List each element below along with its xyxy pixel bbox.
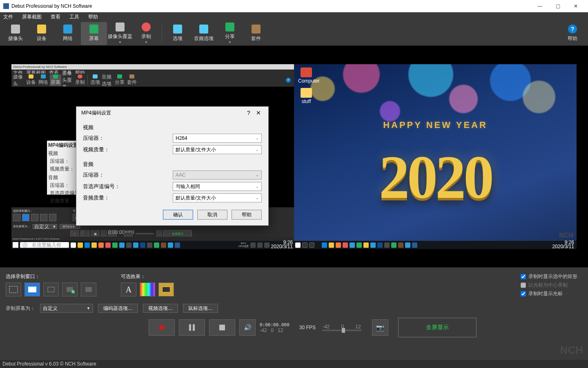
status-text: Debut Professional v 6.03 © NCH Software <box>2 361 96 367</box>
statusbar: Debut Professional v 6.03 © NCH Software <box>0 360 588 368</box>
tb-camera[interactable]: 摄像头 <box>2 22 29 45</box>
maximize-button[interactable]: ▢ <box>549 0 567 12</box>
video-options-button[interactable]: 视频选项… <box>143 304 178 313</box>
chevron-down-icon: ▼ <box>118 40 122 44</box>
select-window-group: 选择录制窗口： ↻ <box>6 273 96 296</box>
pause-button[interactable] <box>179 319 205 336</box>
wallpaper-year: 2020 <box>294 142 577 212</box>
wallpaper-title: HAPPY NEW YEAR <box>294 120 577 130</box>
menu-help[interactable]: 帮助 <box>87 13 100 21</box>
record-button[interactable] <box>149 319 175 336</box>
cancel-button[interactable]: 取消 <box>197 210 227 220</box>
crosshair-icon <box>46 285 56 294</box>
tb-options[interactable]: 选项 <box>165 22 191 45</box>
video-quality-select[interactable]: 默认质量/文件大小⌄ <box>173 145 262 154</box>
zoom-slider[interactable] <box>322 330 361 331</box>
volume-button[interactable]: 🔊 <box>239 319 256 336</box>
nch-logo: NCH <box>560 344 583 357</box>
tb-device[interactable]: 设备 <box>29 22 55 45</box>
snapshot-button[interactable]: 📷 <box>372 319 388 336</box>
mini-taskbar: ⚪在这里输入你要搜索的内容 54°CCPU温度 <box>11 241 294 249</box>
dialog-help-button[interactable]: ? <box>244 108 254 118</box>
tb-screen[interactable]: 屏幕 <box>81 22 107 45</box>
menu-file[interactable]: 文件 <box>2 13 15 21</box>
effects-label: 可选效果： <box>121 273 174 280</box>
tb-audio-options[interactable]: 音频选项 <box>191 22 217 45</box>
channels-select[interactable]: 与输入相同⌄ <box>173 182 262 191</box>
pause-icon <box>189 324 195 331</box>
titlebar: Debut Professional by NCH Software — ▢ ✕ <box>0 0 588 12</box>
tb-network[interactable]: 网络 <box>55 22 81 45</box>
dialog-close-button[interactable]: ✕ <box>254 108 263 118</box>
tb-help[interactable]: ?帮助 <box>559 22 586 45</box>
desktop-icon-folder: stuff <box>298 88 314 104</box>
timecode-display: 0:00:00.000 -42 0 12 <box>260 322 290 333</box>
svg-rect-1 <box>48 287 54 292</box>
window-select-1[interactable] <box>6 283 21 296</box>
audio-compressor-select: AAC⌄ <box>173 171 262 180</box>
transport-controls: 🔊 0:00:00.000 -42 0 12 30 FPS -42012 📷 全… <box>149 318 582 337</box>
record-icon <box>159 325 165 330</box>
video-effect-button[interactable] <box>158 283 174 296</box>
stop-icon <box>219 325 225 330</box>
chk-show-rect[interactable]: 录制时显示选中的矩形 <box>521 273 577 280</box>
nch-watermark: NCH <box>559 232 573 239</box>
record-checkboxes: 录制时显示选中的矩形 以光标为中心录制 录制时显示光标 <box>521 273 582 297</box>
select-window-label: 选择录制窗口： <box>6 273 96 280</box>
chk-center-cursor: 以光标为中心录制 <box>521 282 577 289</box>
minimize-button[interactable]: — <box>531 0 549 12</box>
menubar: 文件 屏幕截图 查看 工具 帮助 <box>0 12 588 21</box>
tb-suite[interactable]: 套件 <box>243 22 269 45</box>
window-select-2[interactable] <box>24 283 40 296</box>
ok-button[interactable]: 确认 <box>163 210 193 220</box>
slider-handle[interactable] <box>342 328 345 333</box>
menu-view[interactable]: 查看 <box>49 13 62 21</box>
close-button[interactable]: ✕ <box>567 0 585 12</box>
rect-dashed-icon <box>9 285 18 294</box>
speaker-icon: 🔊 <box>244 324 252 331</box>
video-compressor-select[interactable]: H264⌄ <box>173 134 262 143</box>
video-section-label: 视频 <box>83 124 262 131</box>
window-select-4[interactable]: ↻ <box>62 283 78 296</box>
toolbar: 摄像头 设备 网络 屏幕 摄像头覆盖▼ 录制▼ 选项 音频选项 分享▼ 套件 ?… <box>0 21 588 46</box>
mini-search: ⚪在这里输入你要搜索的内容 <box>20 242 69 248</box>
video-compressor-label: 压缩器： <box>83 135 173 142</box>
audio-quality-select[interactable]: 默认质量/文件大小⌄ <box>173 193 262 202</box>
fullscreen-button[interactable]: 全屏显示 <box>398 318 477 337</box>
chevron-down-icon: ⌄ <box>256 196 259 200</box>
effects-group: 可选效果： A <box>121 273 174 296</box>
mp4-encoding-dialog: MP4编码设置 ? ✕ 视频 压缩器： H264⌄ 视频质量： 默认质量/文件大… <box>76 106 269 226</box>
chk-show-cursor[interactable]: 录制时显示光标 <box>521 290 577 297</box>
dialog-titlebar: MP4编码设置 ? ✕ <box>76 107 268 119</box>
window-title: Debut Professional by NCH Software <box>11 3 92 9</box>
video-quality-label: 视频质量： <box>83 146 173 153</box>
tb-record[interactable]: 录制▼ <box>133 22 159 45</box>
window-select-3[interactable] <box>43 283 59 296</box>
menu-tools[interactable]: 工具 <box>68 13 81 21</box>
mouse-options-button[interactable]: 鼠标选项… <box>183 304 218 313</box>
color-filter-button[interactable] <box>140 283 155 296</box>
text-overlay-button[interactable]: A <box>121 283 136 296</box>
windows-logo-icon <box>13 242 18 248</box>
chevron-down-icon: ⌄ <box>256 148 259 152</box>
tb-overlay[interactable]: 摄像头覆盖▼ <box>107 22 133 45</box>
window-select-5[interactable] <box>81 283 96 296</box>
audio-section-label: 音频 <box>83 161 262 168</box>
tb-share[interactable]: 分享▼ <box>217 22 243 45</box>
chevron-down-icon: ▼ <box>87 306 90 310</box>
mini-menubar: 文件屏幕截图查看工具帮助 <box>11 70 294 74</box>
encoder-options-button[interactable]: 编码器选项… <box>98 304 138 313</box>
camera-icon: 📷 <box>376 324 384 332</box>
chevron-down-icon: ⌄ <box>256 184 259 188</box>
windows-logo-icon <box>295 242 301 248</box>
help-button[interactable]: 帮助 <box>232 210 262 220</box>
menu-screenshot[interactable]: 屏幕截图 <box>20 13 43 21</box>
audio-quality-label: 音频质量： <box>83 194 173 202</box>
chevron-down-icon: ⌄ <box>256 136 259 140</box>
chevron-down-icon: ⌄ <box>256 173 259 177</box>
chevron-down-icon: ▼ <box>145 40 148 44</box>
screen-for-select[interactable]: 自定义▼ <box>40 304 93 313</box>
mini-titlebar: Debut Professional by NCH Software <box>11 64 294 70</box>
preview-right-desktop: Computer stuff HAPPY NEW YEAR 2020 NCH <box>294 64 577 249</box>
stop-button[interactable] <box>209 319 235 336</box>
